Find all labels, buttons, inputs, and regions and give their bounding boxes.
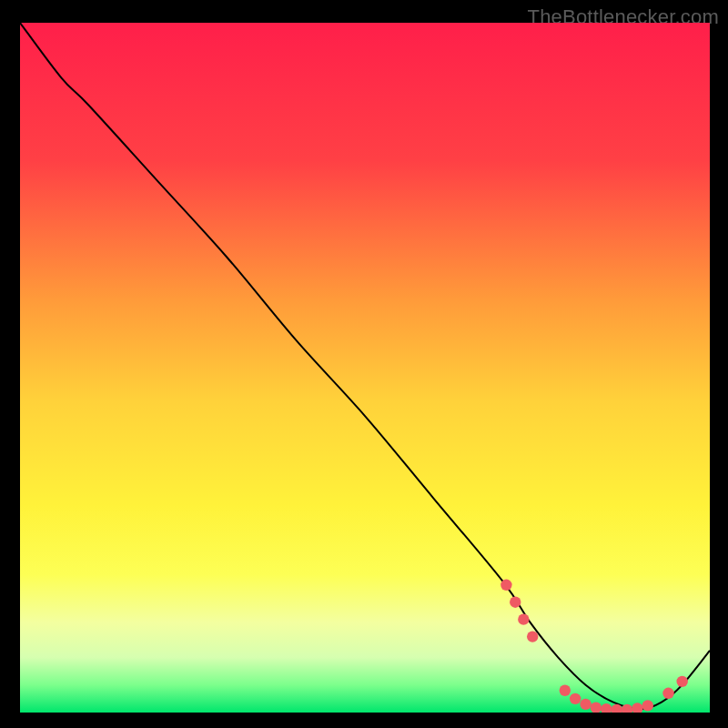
highlight-dot: [527, 631, 538, 642]
highlight-dot: [560, 685, 571, 696]
highlight-dot: [570, 693, 581, 704]
chart-svg: [20, 23, 710, 713]
chart-container: [20, 23, 710, 713]
highlight-dot: [500, 580, 511, 591]
highlight-dot: [676, 676, 687, 687]
highlight-dot: [518, 613, 529, 624]
highlight-dot: [510, 597, 521, 608]
highlight-dot: [662, 688, 673, 699]
chart-background: [20, 23, 710, 713]
highlight-dot: [580, 699, 591, 710]
highlight-dot: [642, 700, 653, 711]
